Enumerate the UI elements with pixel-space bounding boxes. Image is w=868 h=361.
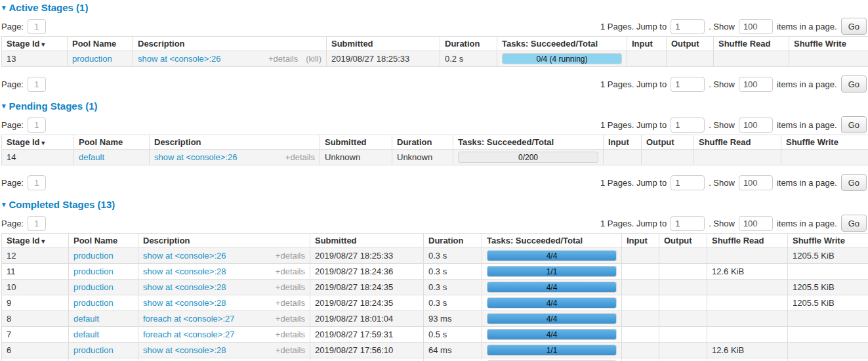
active-stages-header[interactable]: ▾ Active Stages (1) (2, 2, 868, 13)
description-link[interactable]: show at <console>:28 (143, 266, 226, 276)
details-toggle[interactable]: +details (268, 54, 298, 64)
page-number-input[interactable] (28, 175, 46, 190)
details-toggle[interactable]: +details (276, 329, 305, 339)
column-header-pool-name[interactable]: Pool Name (69, 234, 138, 248)
column-header-stage-id[interactable]: Stage Id ▾ (2, 234, 69, 248)
description-cell: show at <console>:28+details (138, 280, 310, 295)
pending-stages-header[interactable]: ▾ Pending Stages (1) (2, 100, 868, 112)
column-header-tasks-succeeded-total[interactable]: Tasks: Succeeded/Total (482, 234, 622, 248)
details-toggle[interactable]: +details (285, 152, 315, 162)
column-header-tasks-succeeded-total[interactable]: Tasks: Succeeded/Total (497, 37, 627, 51)
details-toggle[interactable]: +details (276, 282, 305, 292)
go-button[interactable]: Go (841, 174, 867, 191)
details-toggle[interactable]: +details (276, 251, 305, 261)
column-header-duration[interactable]: Duration (392, 135, 453, 150)
jump-to-page-input[interactable] (671, 19, 705, 34)
column-header-label: Description (154, 137, 201, 147)
column-header-tasks-succeeded-total[interactable]: Tasks: Succeeded/Total (453, 135, 604, 150)
pool-name-link[interactable]: production (73, 266, 114, 276)
items-per-page-input[interactable] (739, 175, 773, 190)
pool-name-link[interactable]: production (73, 282, 114, 292)
description-link[interactable]: show at <console>:26 (143, 251, 226, 261)
column-header-submitted[interactable]: Submitted (320, 135, 392, 150)
column-header-label: Shuffle Write (794, 39, 846, 49)
pool-name-link[interactable]: production (73, 251, 114, 261)
column-header-shuffle-read[interactable]: Shuffle Read (714, 37, 789, 51)
column-header-pool-name[interactable]: Pool Name (68, 37, 133, 51)
column-header-shuffle-read[interactable]: Shuffle Read (707, 234, 788, 248)
description-link[interactable]: show at <console>:26 (154, 152, 237, 162)
description-link[interactable]: show at <console>:28 (143, 282, 226, 292)
description-link[interactable]: show at <console>:28 (143, 345, 226, 355)
column-header-input[interactable]: Input (622, 234, 659, 248)
kill-link[interactable]: (kill) (306, 54, 321, 64)
pool-name-link[interactable]: default (73, 329, 99, 339)
column-header-output[interactable]: Output (642, 135, 694, 150)
column-header-submitted[interactable]: Submitted (310, 234, 424, 248)
pool-name-cell: production (69, 280, 138, 295)
pool-name-link[interactable]: default (73, 314, 99, 324)
details-toggle[interactable]: +details (276, 298, 305, 308)
shuffle-read-cell (694, 150, 781, 165)
section-title-text: Pending Stages (1) (9, 100, 98, 112)
column-header-pool-name[interactable]: Pool Name (74, 135, 150, 150)
pool-name-cell: production (69, 264, 138, 280)
completed-stages-header[interactable]: ▾ Completed Stages (13) (2, 199, 868, 210)
description-cell: foreach at <console>:27+details (138, 327, 310, 343)
shuffle-write-cell (788, 264, 868, 280)
items-per-page-input[interactable] (739, 19, 773, 34)
column-header-shuffle-write[interactable]: Shuffle Write (781, 135, 868, 150)
column-header-description[interactable]: Description (133, 37, 327, 51)
column-header-label: Stage Id (7, 39, 40, 49)
duration-cell: 0.2 s (440, 51, 497, 67)
column-header-stage-id[interactable]: Stage Id ▾ (2, 37, 68, 51)
page-number-input[interactable] (28, 216, 46, 231)
jump-to-page-input[interactable] (671, 175, 705, 190)
description-link[interactable]: show at <console>:28 (143, 298, 226, 308)
items-per-page-input[interactable] (739, 216, 773, 231)
page-number-input[interactable] (28, 19, 46, 34)
column-header-submitted[interactable]: Submitted (327, 37, 440, 51)
column-header-label: Description (138, 39, 185, 49)
description-link[interactable]: show at <console>:26 (138, 54, 220, 64)
column-header-input[interactable]: Input (627, 37, 667, 51)
go-button[interactable]: Go (841, 215, 867, 232)
go-button[interactable]: Go (841, 75, 867, 93)
column-header-shuffle-write[interactable]: Shuffle Write (789, 37, 868, 51)
items-per-page-input[interactable] (739, 117, 773, 133)
column-header-duration[interactable]: Duration (424, 234, 482, 248)
column-header-shuffle-write[interactable]: Shuffle Write (788, 234, 868, 248)
column-header-output[interactable]: Output (667, 37, 714, 51)
column-header-description[interactable]: Description (150, 135, 320, 150)
pool-name-link[interactable]: production (73, 298, 114, 308)
pool-name-link[interactable]: production (73, 345, 114, 355)
column-header-input[interactable]: Input (604, 135, 642, 150)
details-toggle[interactable]: +details (276, 345, 305, 355)
pool-name-link[interactable]: default (79, 152, 104, 162)
jump-to-page-input[interactable] (671, 77, 705, 92)
description-link[interactable]: foreach at <console>:27 (143, 314, 235, 324)
column-header-output[interactable]: Output (659, 234, 707, 248)
go-button[interactable]: Go (841, 18, 867, 35)
pool-name-link[interactable]: production (72, 54, 112, 64)
jump-to-page-input[interactable] (671, 117, 705, 133)
stage-row: 10productionshow at <console>:28+details… (2, 280, 868, 295)
progress-label: 0/200 (459, 152, 598, 163)
column-header-stage-id[interactable]: Stage Id ▾ (2, 135, 74, 150)
column-header-shuffle-read[interactable]: Shuffle Read (694, 135, 781, 150)
description-link[interactable]: foreach at <console>:27 (143, 329, 235, 339)
page-number-input[interactable] (28, 117, 46, 133)
input-cell (622, 311, 659, 327)
page-number-input[interactable] (28, 77, 46, 92)
column-header-description[interactable]: Description (138, 234, 310, 248)
column-header-duration[interactable]: Duration (440, 37, 497, 51)
details-toggle[interactable]: +details (276, 266, 305, 276)
details-toggle[interactable]: +details (276, 314, 305, 324)
stage-id-cell: 10 (2, 280, 69, 295)
table-header-row: Stage Id ▾Pool NameDescriptionSubmittedD… (2, 37, 868, 51)
go-button[interactable]: Go (841, 116, 867, 133)
items-label: items in a page. (777, 22, 837, 32)
jump-to-page-input[interactable] (671, 216, 705, 231)
items-per-page-input[interactable] (739, 77, 773, 92)
column-header-label: Pool Name (79, 137, 123, 147)
